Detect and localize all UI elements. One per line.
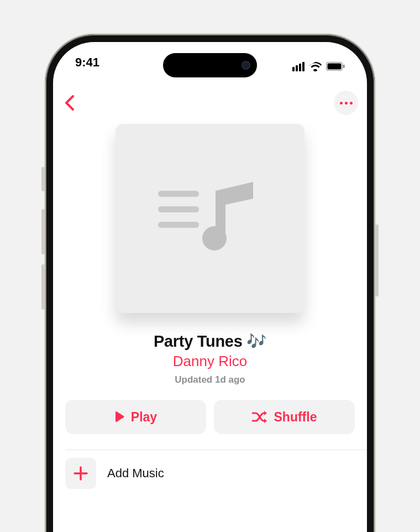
battery-icon <box>326 62 345 71</box>
playlist-title: Party Tunes 🎶 <box>53 332 367 351</box>
add-music-label: Add Music <box>107 466 164 481</box>
shuffle-label: Shuffle <box>274 410 317 425</box>
wifi-icon <box>309 62 322 71</box>
phone-volume-down <box>41 264 45 310</box>
more-options-icon <box>340 102 343 105</box>
shuffle-button[interactable]: Shuffle <box>214 400 355 434</box>
add-music-button[interactable]: Add Music <box>53 450 367 489</box>
more-options-button[interactable] <box>334 91 358 115</box>
svg-rect-3 <box>158 191 199 197</box>
play-label: Play <box>131 410 157 425</box>
chevron-left-icon <box>65 95 75 111</box>
back-button[interactable] <box>59 92 81 114</box>
add-music-icon-box <box>65 458 96 489</box>
playlist-artwork[interactable] <box>116 124 305 313</box>
svg-rect-1 <box>328 64 342 70</box>
svg-rect-5 <box>158 222 199 228</box>
status-time: 9:41 <box>75 55 99 77</box>
shuffle-icon <box>252 411 267 423</box>
playlist-updated: Updated 1d ago <box>53 374 367 385</box>
playlist-content: Party Tunes 🎶 Danny Rico Updated 1d ago … <box>53 124 367 489</box>
play-button[interactable]: Play <box>65 400 206 434</box>
nav-bar <box>53 87 367 118</box>
status-bar: 9:41 <box>53 55 367 77</box>
screen: 9:41 <box>53 42 367 532</box>
svg-point-6 <box>202 226 227 251</box>
phone-frame: 9:41 <box>45 34 375 532</box>
playlist-placeholder-icon <box>155 174 265 263</box>
play-icon <box>114 411 124 423</box>
svg-rect-4 <box>158 206 199 212</box>
playlist-author[interactable]: Danny Rico <box>53 353 367 370</box>
phone-power-button <box>375 225 379 296</box>
cellular-signal-icon <box>292 62 305 71</box>
phone-mute-switch <box>41 167 45 191</box>
plus-icon <box>72 465 89 482</box>
svg-rect-2 <box>343 65 345 68</box>
phone-volume-up <box>41 209 45 254</box>
